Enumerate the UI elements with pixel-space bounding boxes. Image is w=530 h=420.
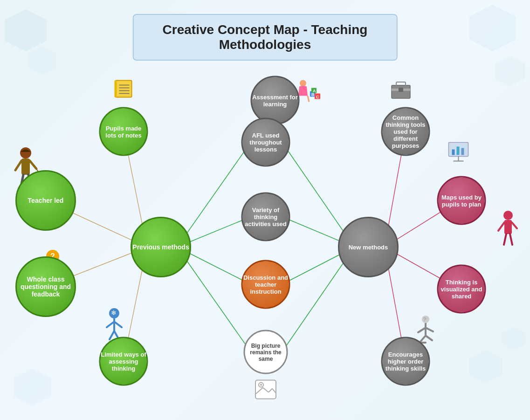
- svg-line-4: [177, 142, 251, 247]
- svg-rect-66: [504, 220, 512, 234]
- node-maps-used: Maps used by pupils to plan: [437, 176, 486, 225]
- svg-rect-53: [457, 147, 460, 155]
- node-discussion: Discussion and teacher instruction: [241, 260, 290, 309]
- svg-point-25: [109, 308, 119, 318]
- chart-icon: [447, 140, 472, 168]
- svg-line-29: [114, 322, 122, 327]
- svg-line-61: [426, 328, 433, 331]
- svg-point-65: [503, 211, 513, 220]
- node-teacher-led: Teacher led: [15, 170, 76, 231]
- svg-point-78: [260, 384, 262, 386]
- node-afl-throughout: AFL used throughout lessons: [241, 118, 290, 167]
- svg-line-68: [512, 222, 517, 228]
- node-encourages: Encourages higher order thinking skills: [381, 337, 430, 386]
- svg-line-76: [272, 389, 276, 393]
- svg-point-57: [422, 316, 429, 323]
- person-right-figure: [496, 210, 520, 254]
- svg-text:❄: ❄: [111, 309, 117, 317]
- svg-rect-45: [311, 88, 317, 93]
- toolbox-icon: [389, 78, 413, 103]
- node-limited-ways: Limited ways of assessing thinking: [99, 337, 148, 386]
- svg-rect-41: [310, 91, 316, 97]
- node-variety: Variety of thinking activities used: [241, 193, 290, 241]
- svg-rect-51: [449, 143, 468, 157]
- svg-line-40: [308, 96, 309, 102]
- node-thinking-visualized: Thinking is visualized and shared: [437, 265, 486, 314]
- svg-rect-43: [315, 94, 320, 99]
- title-box: Creative Concept Map - Teaching Methodol…: [132, 14, 398, 61]
- svg-text:?: ?: [423, 317, 426, 322]
- svg-line-70: [504, 234, 506, 245]
- svg-line-73: [255, 388, 263, 394]
- svg-rect-50: [399, 88, 403, 92]
- node-pupils-notes: Pupils made lots of notes: [99, 107, 148, 156]
- svg-rect-52: [452, 150, 455, 155]
- svg-point-18: [20, 147, 31, 158]
- svg-line-69: [513, 224, 517, 228]
- node-previous-methods: Previous methods: [131, 217, 191, 277]
- svg-rect-47: [392, 85, 410, 98]
- svg-point-77: [259, 383, 263, 387]
- svg-line-21: [30, 161, 36, 169]
- svg-line-20: [15, 161, 21, 170]
- svg-line-67: [498, 222, 504, 231]
- svg-line-30: [110, 331, 114, 339]
- svg-line-74: [263, 388, 268, 392]
- node-common-thinking: Common thinking tools used for different…: [381, 107, 430, 156]
- svg-rect-72: [255, 380, 276, 399]
- svg-text:C: C: [316, 95, 319, 99]
- svg-rect-19: [21, 158, 30, 175]
- svg-line-71: [510, 234, 512, 245]
- svg-text:B: B: [311, 92, 315, 97]
- svg-line-28: [107, 322, 114, 327]
- svg-text:A: A: [313, 89, 316, 93]
- node-new-methods: New methods: [338, 217, 399, 277]
- svg-rect-32: [116, 81, 132, 97]
- node-big-picture: Big picture remains the same: [244, 330, 288, 374]
- svg-rect-33: [115, 81, 117, 97]
- page-title: Creative Concept Map - Teaching Methodol…: [157, 22, 373, 52]
- svg-line-75: [268, 389, 272, 392]
- svg-rect-54: [461, 148, 464, 155]
- svg-line-7: [177, 247, 251, 352]
- node-afl: Assessment for learning: [251, 76, 300, 125]
- svg-rect-49: [392, 89, 410, 91]
- svg-rect-48: [396, 82, 406, 87]
- svg-point-38: [300, 80, 306, 87]
- svg-line-64: [426, 336, 432, 340]
- notebook-icon: [113, 80, 134, 103]
- image-placeholder-icon: [255, 379, 277, 404]
- node-whole-class: Whole class questioning and feadback: [15, 256, 76, 317]
- svg-line-60: [418, 328, 426, 332]
